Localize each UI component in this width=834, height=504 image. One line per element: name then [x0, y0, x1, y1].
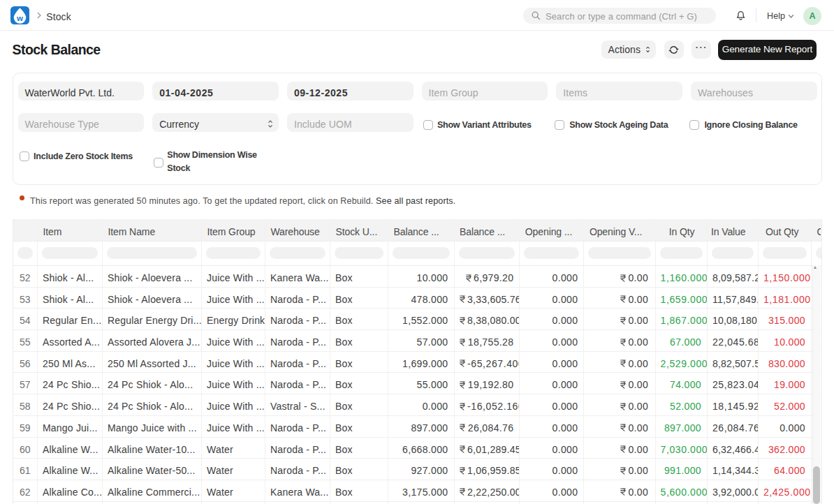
svg-text:w: w — [16, 14, 23, 22]
